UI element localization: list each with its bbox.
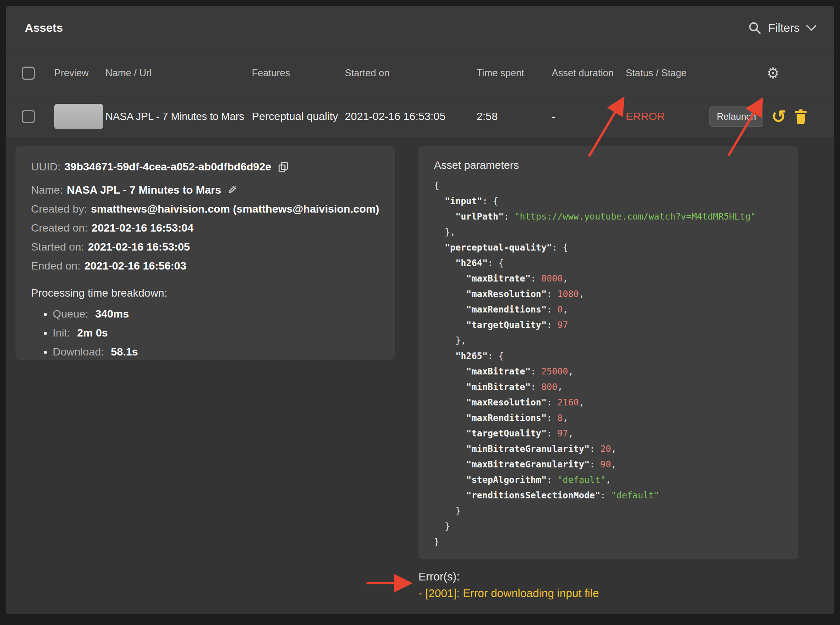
errors-block: Error(s): - [2001]: Error downloading in… (418, 570, 599, 600)
detail-uuid: UUID: 39b34671-59df-4cea-a052-ab0dfbd6d9… (31, 159, 380, 175)
settings-gear-icon[interactable]: ⚙ (766, 66, 780, 81)
uuid-label: UUID: (31, 159, 60, 175)
ended-on-label: Ended on: (31, 258, 81, 274)
asset-parameters-panel: Asset parameters { "input": { "urlPath":… (418, 146, 798, 559)
column-header-features: Features (252, 67, 345, 79)
asset-features: Perceptual quality (252, 110, 345, 123)
breakdown-title: Processing time breakdown: (31, 287, 380, 299)
search-icon (748, 21, 762, 35)
copy-icon[interactable] (277, 161, 289, 173)
started-on-label: Started on: (31, 239, 84, 255)
detail-started-on: Started on: 2021-02-16 16:53:05 (31, 239, 380, 255)
asset-started-on: 2021-02-16 16:53:05 (345, 110, 477, 123)
created-by-value: smatthews@haivision.com (smatthews@haivi… (91, 201, 379, 217)
status-badge: ERROR (626, 110, 709, 123)
expanded-details-section: UUID: 39b34671-59df-4cea-a052-ab0dfbd6d9… (6, 137, 834, 614)
column-header-name-url: Name / Url (105, 67, 252, 79)
uuid-value: 39b34671-59df-4cea-a052-ab0dfbd6d92e (64, 159, 271, 175)
asset-info-panel: UUID: 39b34671-59df-4cea-a052-ab0dfbd6d9… (15, 146, 395, 360)
init-label: Init: (53, 327, 70, 339)
download-value: 58.1s (111, 346, 138, 358)
select-all-checkbox[interactable] (22, 67, 35, 80)
table-header-row: Preview Name / Url Features Started on T… (6, 50, 834, 96)
table-row[interactable]: NASA JPL - 7 Minutes to Mars Perceptual … (6, 96, 834, 137)
row-actions: Relaunch ↺ (709, 106, 808, 127)
assets-page: Assets Filters Preview Name / Url Featur… (6, 6, 834, 614)
error-message: - [2001]: Error downloading input file (418, 587, 599, 600)
row-checkbox[interactable] (22, 110, 35, 123)
breakdown-item-queue: Queue: 340ms (53, 306, 380, 322)
detail-name: Name: NASA JPL - 7 Minutes to Mars ✎ (31, 182, 380, 198)
filters-label: Filters (768, 21, 800, 34)
breakdown-item-init: Init: 2m 0s (53, 325, 380, 341)
errors-title: Error(s): (418, 570, 599, 583)
relaunch-undo-icon[interactable]: ↺ (771, 108, 786, 125)
started-on-value: 2021-02-16 16:53:05 (88, 239, 190, 255)
created-on-label: Created on: (31, 220, 88, 236)
init-value: 2m 0s (77, 327, 108, 339)
filters-button[interactable]: Filters (748, 21, 817, 35)
column-header-time-spent: Time spent (477, 67, 552, 79)
created-on-value: 2021-02-16 16:53:04 (91, 220, 193, 236)
asset-parameters-code: { "input": { "urlPath": "https://www.you… (434, 178, 783, 549)
preview-thumbnail (54, 104, 103, 129)
queue-value: 340ms (95, 308, 129, 320)
queue-label: Queue: (53, 308, 88, 320)
page-title: Assets (25, 21, 63, 34)
name-label: Name: (31, 182, 63, 198)
column-header-asset-duration: Asset duration (552, 67, 626, 79)
asset-parameters-title: Asset parameters (434, 159, 783, 172)
breakdown-list: Queue: 340ms Init: 2m 0s Download: 58.1s (31, 306, 380, 360)
detail-ended-on: Ended on: 2021-02-16 16:56:03 (31, 258, 380, 274)
download-label: Download: (53, 346, 104, 358)
column-header-status-stage: Status / Stage (626, 67, 709, 79)
breakdown-item-download: Download: 58.1s (53, 344, 380, 360)
column-header-started-on: Started on (345, 67, 477, 79)
edit-pencil-icon[interactable]: ✎ (227, 182, 237, 198)
chevron-down-icon (806, 24, 817, 31)
created-by-label: Created by: (31, 201, 87, 217)
detail-created-by: Created by: smatthews@haivision.com (sma… (31, 201, 380, 217)
asset-time-spent: 2:58 (477, 110, 552, 123)
delete-trash-icon[interactable] (794, 109, 808, 124)
relaunch-button[interactable]: Relaunch (709, 106, 763, 127)
asset-name: NASA JPL - 7 Minutes to Mars (105, 111, 252, 123)
ended-on-value: 2021-02-16 16:56:03 (84, 258, 186, 274)
column-header-preview: Preview (54, 67, 105, 79)
asset-duration: - (552, 110, 626, 123)
detail-created-on: Created on: 2021-02-16 16:53:04 (31, 220, 380, 236)
name-value: NASA JPL - 7 Minutes to Mars (67, 182, 221, 198)
page-header: Assets Filters (6, 6, 834, 50)
